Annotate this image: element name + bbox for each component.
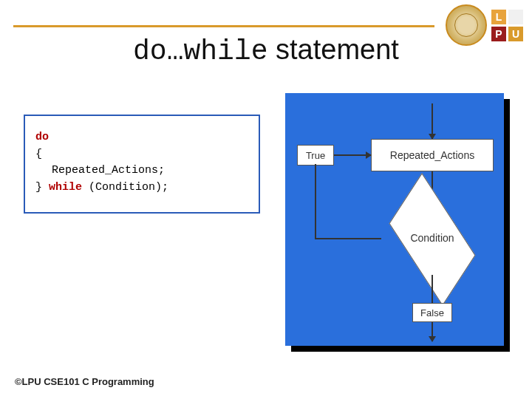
code-line-1: do — [35, 129, 248, 146]
arrow-entry-icon — [432, 103, 433, 139]
loop-line-horizontal-icon — [315, 238, 381, 239]
logo-block-l: L — [491, 10, 506, 24]
footer-copyright: ©LPU CSE101 C Programming — [15, 376, 154, 387]
title-rest: statement — [268, 34, 399, 65]
logo-block-blank — [508, 10, 523, 24]
code-example-box: do { Repeated_Actions; } while (Conditio… — [24, 115, 260, 214]
loop-line-vertical-icon — [315, 164, 316, 239]
keyword-do: do — [35, 131, 49, 143]
brace-close: } — [35, 181, 49, 194]
flow-true-label: True — [297, 145, 334, 166]
flow-false-label: False — [412, 303, 452, 322]
slide-title: do…while statement — [0, 34, 532, 67]
flowchart-panel: True Repeated_Actions Condition False — [285, 93, 504, 346]
flow-condition-label: Condition — [384, 232, 480, 244]
loop-arrow-back-icon — [334, 154, 371, 156]
code-line-4: } while (Condition); — [35, 180, 248, 197]
title-keyword: do…while — [133, 35, 267, 67]
code-line-3: Repeated_Actions; — [35, 163, 248, 180]
keyword-while: while — [49, 181, 82, 194]
flow-process-box: Repeated_Actions — [371, 139, 494, 171]
while-condition: (Condition); — [82, 181, 168, 194]
code-line-2: { — [35, 146, 248, 163]
header-divider — [13, 25, 434, 27]
